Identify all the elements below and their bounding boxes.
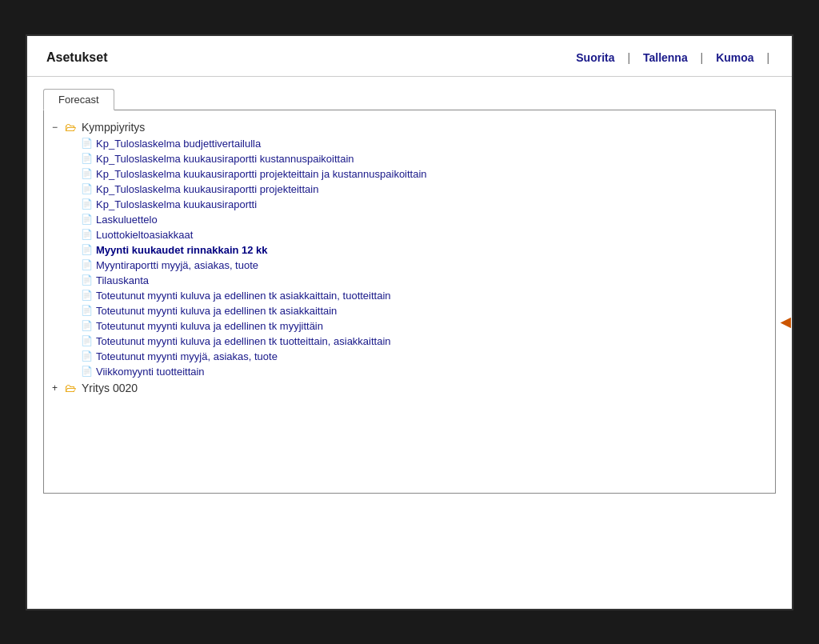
tree-group-header-yritys0020[interactable]: + 🗁 Yritys 0020 (52, 379, 767, 397)
list-item[interactable]: 📄 Toteutunut myynti kuluva ja edellinen … (81, 318, 767, 334)
toggle-kymppiyritys[interactable]: − (52, 122, 62, 133)
list-item[interactable]: 📄 Toteutunut myynti kuluva ja edellinen … (81, 334, 767, 349)
tallenna-button[interactable]: Tallenna (633, 51, 697, 64)
doc-icon: 📄 (81, 229, 92, 240)
page-title: Asetukset (46, 50, 566, 65)
tree-group-header-kymppiyritys[interactable]: − 🗁 Kymppiyritys (52, 118, 767, 136)
header: Asetukset Suorita | Tallenna | Kumoa | ◀ (27, 36, 792, 77)
list-item[interactable]: 📄 Kp_Tuloslaskelma kuukausiraportti proj… (81, 182, 767, 197)
group-label-yritys0020: Yritys 0020 (82, 382, 138, 394)
item-label[interactable]: Toteutunut myynti kuluva ja edellinen tk… (96, 335, 391, 347)
suorita-button[interactable]: Suorita (566, 51, 624, 64)
doc-icon: 📄 (81, 350, 92, 362)
tree-group-kymppiyritys: − 🗁 Kymppiyritys 📄 Kp_Tuloslaskelma budj… (52, 118, 767, 379)
kumoa-button[interactable]: Kumoa (706, 51, 763, 64)
list-item[interactable]: 📄 Laskuluettelo (81, 212, 767, 227)
folder-icon-kymppiyritys: 🗁 (65, 121, 76, 134)
doc-icon: 📄 (81, 305, 92, 316)
list-item-selected[interactable]: 📄 Myynti kuukaudet rinnakkain 12 kk (81, 242, 767, 258)
item-label[interactable]: Toteutunut myynti kuluva ja edellinen tk… (96, 320, 323, 332)
list-item[interactable]: 📄 Toteutunut myynti kuluva ja edellinen … (81, 288, 767, 303)
doc-icon: 📄 (81, 366, 92, 377)
doc-icon: 📄 (81, 335, 92, 346)
list-item[interactable]: 📄 Luottokieltoasiakkaat (81, 227, 767, 242)
item-label[interactable]: Kp_Tuloslaskelma kuukausiraportti projek… (96, 183, 318, 195)
list-item[interactable]: 📄 Kp_Tuloslaskelma kuukausiraportti (81, 197, 767, 212)
toggle-yritys0020[interactable]: + (52, 382, 62, 394)
doc-icon: 📄 (81, 168, 92, 179)
item-label[interactable]: Myyntiraportti myyjä, asiakas, tuote (96, 259, 258, 271)
separator-3: | (764, 51, 773, 64)
list-item[interactable]: 📄 Tilauskanta (81, 273, 767, 288)
list-item[interactable]: 📄 Toteutunut myynti kuluva ja edellinen … (81, 303, 767, 318)
list-item[interactable]: 📄 Toteutunut myynti myyjä, asiakas, tuot… (81, 349, 767, 364)
header-actions: Suorita | Tallenna | Kumoa | (566, 51, 773, 64)
group-label-kymppiyritys: Kymppiyritys (82, 121, 145, 134)
item-label[interactable]: Tilauskanta (96, 274, 149, 286)
doc-icon: 📄 (81, 290, 92, 301)
doc-icon: 📄 (81, 198, 92, 210)
tab-bar: Forecast (43, 88, 776, 110)
tab-forecast[interactable]: Forecast (43, 89, 114, 110)
item-label[interactable]: Toteutunut myynti kuluva ja edellinen tk… (96, 290, 391, 302)
item-label[interactable]: Toteutunut myynti kuluva ja edellinen tk… (96, 305, 337, 317)
tree-container: − 🗁 Kymppiyritys 📄 Kp_Tuloslaskelma budj… (43, 110, 776, 494)
doc-icon: 📄 (81, 244, 92, 255)
list-item[interactable]: 📄 Viikkomyynti tuotteittain (81, 364, 767, 379)
folder-icon-yritys0020: 🗁 (65, 382, 76, 394)
doc-icon: 📄 (81, 274, 92, 286)
tree-group-yritys0020: + 🗁 Yritys 0020 (52, 379, 767, 397)
doc-icon: 📄 (81, 320, 92, 331)
list-item[interactable]: 📄 Kp_Tuloslaskelma kuukausiraportti proj… (81, 166, 767, 182)
list-item[interactable]: 📄 Kp_Tuloslaskelma kuukausiraportti kust… (81, 151, 767, 166)
list-item[interactable]: 📄 Myyntiraportti myyjä, asiakas, tuote (81, 258, 767, 273)
item-label-selected[interactable]: Myynti kuukaudet rinnakkain 12 kk (96, 244, 268, 256)
item-label[interactable]: Toteutunut myynti myyjä, asiakas, tuote (96, 350, 278, 362)
main-window: Asetukset Suorita | Tallenna | Kumoa | ◀… (26, 34, 793, 610)
separator-1: | (625, 51, 633, 64)
doc-icon: 📄 (81, 138, 92, 149)
item-label[interactable]: Laskuluettelo (96, 214, 158, 226)
item-label[interactable]: Viikkomyynti tuotteittain (96, 366, 205, 378)
content-area: Forecast − 🗁 Kymppiyritys 📄 Kp_Tuloslask… (27, 77, 792, 510)
item-label[interactable]: Kp_Tuloslaskelma kuukausiraportti kustan… (96, 153, 354, 165)
doc-icon: 📄 (81, 183, 92, 194)
item-label[interactable]: Kp_Tuloslaskelma kuukausiraportti projek… (96, 168, 427, 180)
doc-icon: 📄 (81, 259, 92, 270)
doc-icon: 📄 (81, 214, 92, 225)
item-label[interactable]: Luottokieltoasiakkaat (96, 229, 193, 241)
item-label[interactable]: Kp_Tuloslaskelma budjettivertailulla (96, 138, 261, 150)
doc-icon: 📄 (81, 153, 92, 164)
list-item[interactable]: 📄 Kp_Tuloslaskelma budjettivertailulla (81, 136, 767, 151)
item-label[interactable]: Kp_Tuloslaskelma kuukausiraportti (96, 198, 257, 210)
tree-items-kymppiyritys: 📄 Kp_Tuloslaskelma budjettivertailulla 📄… (52, 136, 767, 379)
separator-2: | (697, 51, 706, 64)
